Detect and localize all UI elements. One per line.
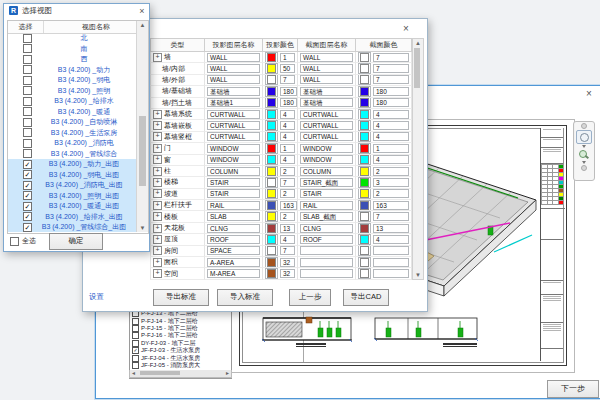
close-icon[interactable]: ×	[136, 5, 148, 17]
view-checkbox[interactable]	[23, 44, 32, 53]
color-swatch[interactable]	[358, 246, 371, 257]
mapping-table-row[interactable]: +窗WINDOW4WINDOW4	[150, 155, 412, 166]
color-number-input[interactable]: 7	[373, 75, 409, 84]
view-checkbox[interactable]	[23, 202, 32, 211]
select-all-checkbox[interactable]	[10, 237, 19, 246]
color-swatch[interactable]	[358, 143, 371, 154]
view-list-item[interactable]: B3 (4.200) _弱电_出图	[8, 170, 136, 181]
layer-name-input[interactable]: ROOF	[300, 235, 353, 244]
color-number-input[interactable]: 7	[373, 64, 409, 73]
expand-icon[interactable]: +	[153, 121, 162, 130]
layer-name-input[interactable]: COLUMN	[207, 167, 260, 176]
color-swatch[interactable]	[358, 166, 371, 177]
layer-name-input[interactable]: CURTWALL	[207, 132, 260, 141]
color-swatch[interactable]	[265, 200, 278, 211]
layer-name-input[interactable]: WINDOW	[207, 144, 260, 153]
expand-icon[interactable]: +	[153, 212, 162, 221]
color-swatch[interactable]	[265, 211, 278, 222]
layer-name-input[interactable]: STAIR_截面	[300, 178, 353, 187]
export-standard-button[interactable]: 导出标准	[153, 289, 209, 306]
layer-name-input[interactable]: RAIL	[207, 201, 260, 210]
mapping-table-vscrollbar[interactable]: ▲ ▼	[412, 38, 424, 280]
color-swatch[interactable]	[358, 120, 371, 131]
sheet-checkbox[interactable]	[132, 318, 139, 325]
view-checkbox[interactable]	[23, 34, 32, 43]
color-swatch[interactable]	[358, 223, 371, 234]
color-number-input[interactable]: 2	[280, 189, 295, 198]
color-number-input[interactable]: 7	[280, 75, 295, 84]
sheet-checkbox[interactable]: ✓	[132, 347, 139, 354]
color-swatch[interactable]	[358, 234, 371, 245]
color-number-input[interactable]	[373, 269, 409, 278]
color-swatch[interactable]	[265, 109, 278, 120]
expand-icon[interactable]: +	[153, 189, 162, 198]
color-swatch[interactable]	[265, 120, 278, 131]
zoom-dropdown-caret[interactable]	[582, 161, 586, 164]
layer-name-input[interactable]	[300, 246, 353, 255]
zoom-magnifier-icon[interactable]	[578, 149, 590, 160]
color-swatch[interactable]	[265, 268, 278, 279]
color-number-input[interactable]: 2	[373, 189, 409, 198]
color-swatch[interactable]	[265, 166, 278, 177]
mapping-table-row[interactable]: +天花板CLNG13CLNG13	[150, 223, 412, 234]
color-number-input[interactable]: 1	[373, 144, 409, 153]
expand-icon[interactable]: +	[153, 167, 162, 176]
view-checkbox[interactable]	[23, 128, 32, 137]
color-swatch[interactable]	[358, 211, 371, 222]
layer-name-input[interactable]: 基础墙1	[207, 98, 260, 107]
view-list-item[interactable]: 北	[8, 33, 136, 44]
layer-name-input[interactable]: CURTWALL	[207, 121, 260, 130]
view-checkbox[interactable]	[23, 65, 32, 74]
mapping-table-row[interactable]: 墙/外部WALL7WALL7	[150, 75, 412, 86]
layer-name-input[interactable]: WALL	[207, 64, 260, 73]
color-number-input[interactable]: 4	[373, 121, 409, 130]
steering-wheel-icon[interactable]	[576, 130, 592, 144]
color-swatch[interactable]	[265, 98, 278, 109]
view-list-item[interactable]: B3 (4.200) _照明_出图	[8, 191, 136, 202]
layer-name-input[interactable]: WALL	[300, 75, 353, 84]
expand-icon[interactable]: +	[153, 110, 162, 119]
view-checkbox[interactable]	[23, 181, 32, 190]
expand-icon[interactable]: +	[153, 269, 162, 278]
view-list-item[interactable]: B3 (4.200) _动力_出图	[8, 159, 136, 170]
layer-name-input[interactable]: A-AREA	[207, 258, 260, 267]
layer-name-input[interactable]: WINDOW	[300, 144, 353, 153]
mapping-table-row[interactable]: +房间SPACE7	[150, 246, 412, 257]
color-number-input[interactable]: 2	[280, 167, 295, 176]
view-checkbox[interactable]	[23, 139, 32, 148]
layer-name-input[interactable]: WALL	[300, 64, 353, 73]
color-swatch[interactable]	[265, 143, 278, 154]
color-swatch[interactable]	[358, 86, 371, 97]
color-swatch[interactable]	[265, 75, 278, 86]
view-checkbox[interactable]	[23, 55, 32, 64]
color-number-input[interactable]: 7	[373, 212, 409, 221]
scroll-left-arrow-icon[interactable]: ◄	[131, 370, 136, 376]
layer-name-input[interactable]: SLAB	[207, 212, 260, 221]
mapping-table-row[interactable]: 墙/内部WALL50WALL7	[150, 63, 412, 74]
expand-icon[interactable]: +	[153, 144, 162, 153]
view-list-item[interactable]: B3 (4.200) _暖通_出图	[8, 201, 136, 212]
sheet-checkbox[interactable]	[132, 325, 139, 332]
layer-name-input[interactable]: 基础墙	[300, 87, 353, 96]
view-list-item[interactable]: 西	[8, 54, 136, 65]
color-number-input[interactable]: 4	[373, 235, 409, 244]
mapping-table-row[interactable]: 墙/基础墙基础墙180基础墙180	[150, 86, 412, 97]
color-number-input[interactable]: 4	[373, 155, 409, 164]
color-number-input[interactable]: 32	[280, 269, 295, 278]
layer-name-input[interactable]: RAIL	[300, 201, 353, 210]
color-swatch[interactable]	[358, 177, 371, 188]
view-checkbox[interactable]	[23, 76, 32, 85]
view-checkbox[interactable]	[23, 212, 32, 221]
sheet-checkbox[interactable]	[132, 340, 139, 347]
layer-name-input[interactable]: WINDOW	[300, 155, 353, 164]
color-number-input[interactable]: 4	[280, 155, 295, 164]
scroll-up-arrow-icon[interactable]: ▲	[137, 21, 148, 29]
layer-name-input[interactable]: STAIR	[207, 178, 260, 187]
next-step-button[interactable]: 下一步	[547, 380, 599, 398]
view-list-item[interactable]: B3 (4.200) _消防电_出图	[8, 180, 136, 191]
color-swatch[interactable]	[358, 257, 371, 268]
mapping-table-row[interactable]: +门WINDOW1WINDOW1	[150, 143, 412, 154]
layer-name-input[interactable]: WALL	[300, 53, 353, 62]
color-number-input[interactable]: 32	[280, 258, 295, 267]
color-number-input[interactable]: 3	[373, 178, 409, 187]
